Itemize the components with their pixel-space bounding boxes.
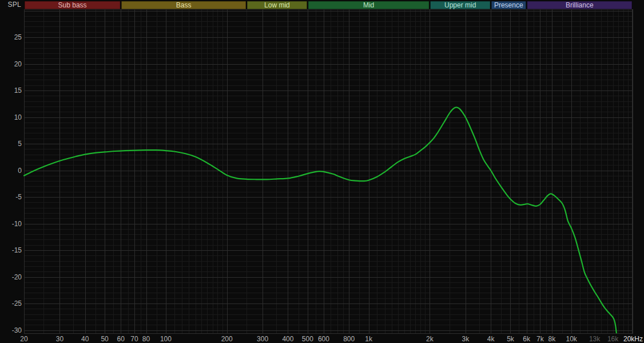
x-tick-label: 70 — [130, 335, 138, 343]
x-tick-label: 600 — [318, 335, 329, 343]
x-tick-label: 400 — [282, 335, 293, 343]
band-label: Upper mid — [444, 1, 476, 9]
x-tick-label: 10k — [566, 335, 578, 343]
y-tick-label: -5 — [15, 193, 22, 201]
x-tick-label: 800 — [343, 335, 355, 343]
x-tick-label: 5k — [507, 335, 515, 343]
frequency-response-chart: Sub bassBassLow midMidUpper midPresenceB… — [0, 0, 644, 343]
grid-major-lines — [24, 9, 633, 334]
x-tick-label: 13k — [589, 335, 601, 343]
y-tick-label: -20 — [12, 273, 22, 281]
x-tick-label: 20 — [20, 335, 28, 343]
x-tick-label: 40 — [81, 335, 89, 343]
x-tick-label: 30 — [56, 335, 64, 343]
x-tick-label: 3k — [462, 335, 470, 343]
spl-analyzer-window: SPL Sub bassBassLow midMidUpper midPrese… — [0, 0, 644, 343]
band-label: Mid — [363, 1, 374, 9]
band-label: Low mid — [264, 1, 290, 9]
grid-minor-lines — [24, 9, 633, 334]
band-label: Bass — [176, 1, 192, 9]
x-tick-label: 500 — [302, 335, 313, 343]
frequency-band-bar: Sub bassBassLow midMidUpper midPresenceB… — [25, 1, 632, 9]
x-tick-label: 50 — [101, 335, 109, 343]
x-tick-label: 80 — [142, 335, 150, 343]
x-tick-label: 1k — [365, 335, 373, 343]
y-tick-label: 5 — [18, 140, 22, 148]
y-tick-label: -30 — [12, 326, 22, 334]
x-tick-label: 20kHz — [623, 335, 643, 343]
y-tick-label: 25 — [14, 33, 22, 41]
y-tick-label: -15 — [12, 246, 22, 254]
x-tick-label: 6k — [523, 335, 531, 343]
y-axis-labels: 2520151050-5-10-15-20-25-30 — [12, 33, 22, 334]
x-tick-label: 16k — [607, 335, 619, 343]
x-axis-labels: 203040506070801002003004005006008001k2k3… — [20, 335, 643, 343]
y-tick-label: -25 — [12, 299, 22, 307]
x-tick-label: 100 — [160, 335, 172, 343]
x-tick-label: 8k — [548, 335, 556, 343]
x-tick-label: 2k — [426, 335, 434, 343]
band-label: Sub bass — [58, 1, 87, 9]
y-tick-label: 20 — [14, 60, 22, 68]
y-tick-label: -10 — [12, 220, 22, 228]
x-tick-label: 200 — [221, 335, 233, 343]
x-tick-label: 4k — [487, 335, 495, 343]
plot-border — [25, 10, 633, 334]
band-label: Brilliance — [566, 1, 594, 9]
y-tick-label: 10 — [14, 113, 22, 121]
x-tick-label: 7k — [536, 335, 544, 343]
band-label: Presence — [494, 1, 523, 9]
frequency-response-curve — [24, 107, 617, 333]
y-tick-label: 15 — [14, 86, 22, 94]
y-tick-label: 0 — [18, 167, 22, 175]
x-tick-label: 300 — [257, 335, 268, 343]
x-tick-label: 60 — [117, 335, 125, 343]
